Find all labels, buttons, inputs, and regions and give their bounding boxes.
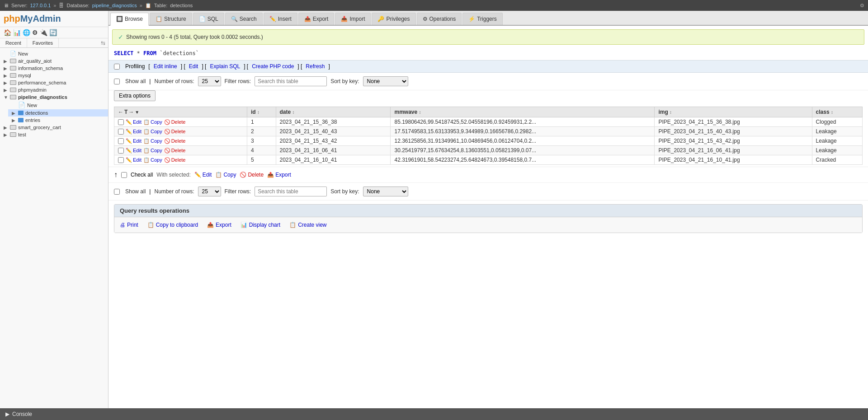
table-row: ✏️ Edit 📋 Copy 🚫 Delete 12023_04_21_15_3… bbox=[114, 117, 863, 127]
sort-select-top[interactable]: None bbox=[363, 76, 408, 86]
row-checkbox-4[interactable] bbox=[118, 157, 124, 163]
server-value[interactable]: 127.0.0.1 bbox=[30, 3, 51, 8]
col-header-img[interactable]: img ↕ bbox=[655, 107, 812, 117]
create-php-code-link[interactable]: Create PHP code bbox=[252, 63, 294, 70]
qro-print-button[interactable]: 🖨 Print bbox=[120, 222, 138, 228]
col-header-date[interactable]: date ↕ bbox=[276, 107, 391, 117]
sidebar-item-test[interactable]: ▶ test bbox=[0, 131, 108, 138]
row-checkbox-3[interactable] bbox=[118, 148, 124, 154]
cell-img-2: PIPE_2023_04_21_15_43_42.jpg bbox=[655, 136, 812, 146]
delete-row-0[interactable]: 🚫 Delete bbox=[164, 119, 186, 125]
sidebar-toggle-icon[interactable]: ⇆ bbox=[101, 40, 105, 46]
tab-import[interactable]: 📥 Import bbox=[335, 13, 371, 25]
explain-sql-link[interactable]: Explain SQL bbox=[210, 63, 240, 70]
delete-row-4[interactable]: 🚫 Delete bbox=[164, 157, 186, 163]
filter-input-bottom[interactable] bbox=[255, 187, 327, 196]
qro-copy-clipboard-button[interactable]: 📋 Copy to clipboard bbox=[147, 222, 198, 228]
refresh-icon[interactable]: 🔄 bbox=[49, 29, 57, 36]
row-count-select-bottom[interactable]: 25 50 100 bbox=[198, 187, 221, 196]
copy-row-1[interactable]: 📋 Copy bbox=[143, 129, 162, 135]
sidebar-item-mysql[interactable]: ▶ mysql bbox=[0, 72, 108, 79]
tab-sql[interactable]: 📄 SQL bbox=[193, 13, 224, 25]
tab-insert[interactable]: ✏️ Insert bbox=[264, 13, 297, 25]
tab-triggers[interactable]: ⚡ Triggers bbox=[462, 13, 503, 25]
row-checkbox-0[interactable] bbox=[118, 119, 124, 125]
globe-icon[interactable]: 🌐 bbox=[23, 29, 30, 36]
copy-row-2[interactable]: 📋 Copy bbox=[143, 138, 162, 144]
sidebar-tab-recent[interactable]: Recent bbox=[0, 38, 27, 47]
edit-row-3[interactable]: ✏️ Edit bbox=[126, 148, 142, 154]
home-icon[interactable]: 🏠 bbox=[4, 29, 11, 36]
edit-inline-link[interactable]: Edit inline bbox=[154, 63, 177, 70]
row-count-select[interactable]: 25 50 100 bbox=[198, 76, 221, 86]
database-icon-sidebar[interactable]: 📊 bbox=[13, 29, 21, 36]
bottom-edit-button[interactable]: ✏️ Edit bbox=[194, 172, 212, 178]
show-all-checkbox[interactable] bbox=[114, 79, 120, 84]
sidebar-item-performance-schema[interactable]: ▶ performance_schema bbox=[0, 79, 108, 86]
sidebar-item-smart-grocery-cart[interactable]: ▶ smart_grocery_cart bbox=[0, 124, 108, 131]
check-all-checkbox[interactable] bbox=[121, 172, 127, 178]
extra-options-area: Extra options bbox=[108, 90, 868, 105]
copy-row-0[interactable]: 📋 Copy bbox=[143, 119, 162, 125]
tab-search[interactable]: 🔍 Search bbox=[225, 13, 263, 25]
edit-row-2[interactable]: ✏️ Edit bbox=[126, 138, 142, 144]
sidebar-item-detections[interactable]: ▶ detections bbox=[8, 109, 108, 117]
sidebar-item-phpmyadmin[interactable]: ▶ phpmyadmin bbox=[0, 86, 108, 93]
bottom-delete-button[interactable]: 🚫 Delete bbox=[240, 172, 264, 178]
bottom-export-button[interactable]: 📤 Export bbox=[267, 172, 291, 178]
settings-icon[interactable]: ⚙ bbox=[860, 3, 864, 9]
cell-mmwave-2: 12.36125856,31.91349961,10.04869456,0.06… bbox=[391, 136, 655, 146]
sidebar-item-air-quality-aiot[interactable]: ▶ air_quality_aiot bbox=[0, 57, 108, 65]
plugin-icon[interactable]: 🔌 bbox=[40, 29, 47, 36]
tab-privileges[interactable]: 🔑 Privileges bbox=[372, 13, 415, 25]
tab-structure[interactable]: 📋 Structure bbox=[150, 13, 192, 25]
copy-row-4[interactable]: 📋 Copy bbox=[143, 157, 162, 163]
edit-link[interactable]: Edit bbox=[189, 63, 198, 70]
sort-icon[interactable]: T bbox=[124, 109, 127, 115]
col-header-mmwave[interactable]: mmwave ↕ bbox=[391, 107, 655, 117]
database-value[interactable]: pipeline_diagnostics bbox=[92, 3, 137, 8]
col-header-class[interactable]: class ↕ bbox=[812, 107, 862, 117]
cell-date-1: 2023_04_21_15_40_43 bbox=[276, 127, 391, 136]
delete-row-3[interactable]: 🚫 Delete bbox=[164, 148, 186, 154]
col-header-id[interactable]: id ↕ bbox=[247, 107, 276, 117]
gear-icon-sidebar[interactable]: ⚙ bbox=[32, 29, 38, 36]
sidebar-tab-favorites[interactable]: Favorites bbox=[27, 38, 59, 47]
edit-row-4[interactable]: ✏️ Edit bbox=[126, 157, 142, 163]
profiling-checkbox[interactable] bbox=[114, 64, 120, 70]
sidebar-item-pipeline-diagnostics[interactable]: ▼ pipeline_diagnostics bbox=[0, 93, 108, 101]
qro-display-chart-button[interactable]: 📊 Display chart bbox=[241, 222, 280, 228]
col-filter-icon[interactable]: ▼ bbox=[135, 110, 139, 115]
show-all-checkbox-bottom[interactable] bbox=[114, 189, 120, 195]
cell-img-4: PIPE_2023_04_21_16_10_41.jpg bbox=[655, 155, 812, 165]
tab-export[interactable]: 📤 Export bbox=[298, 13, 335, 25]
row-checkbox-2[interactable] bbox=[118, 138, 124, 144]
qro-create-view-button[interactable]: 📋 Create view bbox=[289, 222, 326, 228]
edit-row-1[interactable]: ✏️ Edit bbox=[126, 129, 142, 135]
delete-row-2[interactable]: 🚫 Delete bbox=[164, 138, 186, 144]
sort-select-bottom[interactable]: None bbox=[363, 187, 408, 196]
breadcrumb: 🖥 Server: 127.0.0.1 » 🗄 Database: pipeli… bbox=[4, 3, 193, 9]
sidebar-item-pipeline-new[interactable]: 📄 New bbox=[8, 101, 108, 109]
console-bar[interactable]: ▶ Console bbox=[0, 408, 868, 420]
copy-row-3[interactable]: 📋 Copy bbox=[143, 148, 162, 154]
phpmyadmin-logo[interactable]: phpMyAdmin bbox=[4, 14, 61, 24]
sidebar-item-entries[interactable]: ▶ entries bbox=[8, 117, 108, 124]
sidebar-new[interactable]: 📄 New bbox=[0, 50, 108, 57]
bottom-copy-button[interactable]: 📋 Copy bbox=[215, 172, 236, 178]
cell-id-3: 4 bbox=[247, 146, 276, 155]
row-checkbox-1[interactable] bbox=[118, 129, 124, 135]
sidebar-item-information-schema[interactable]: ▶ information_schema bbox=[0, 65, 108, 72]
delete-row-1[interactable]: 🚫 Delete bbox=[164, 129, 186, 135]
arrow-left-icon[interactable]: ← bbox=[118, 109, 123, 115]
tab-browse[interactable]: 🔲 Browse bbox=[110, 13, 149, 26]
edit-row-0[interactable]: ✏️ Edit bbox=[126, 119, 142, 125]
filter-input-top[interactable] bbox=[255, 76, 327, 86]
qro-export-button[interactable]: 📤 Export bbox=[207, 222, 231, 228]
privileges-icon: 🔑 bbox=[377, 16, 384, 22]
tab-operations[interactable]: ⚙ Operations bbox=[417, 13, 462, 25]
arrow-right-icon[interactable]: → bbox=[128, 109, 134, 115]
up-arrow-icon[interactable]: ↑ bbox=[114, 171, 118, 179]
refresh-link[interactable]: Refresh bbox=[306, 63, 325, 70]
extra-options-button[interactable]: Extra options bbox=[114, 90, 156, 101]
